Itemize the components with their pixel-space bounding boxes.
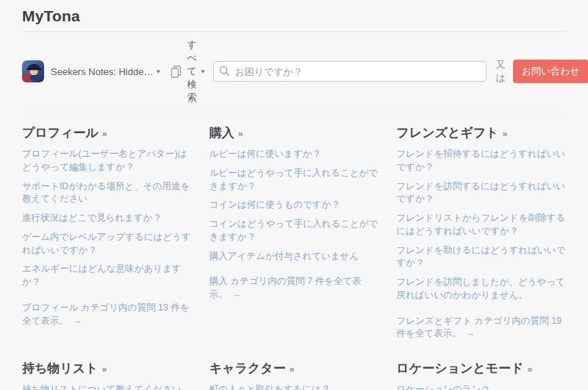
faq-article-link[interactable]: コインは何に使うものですか？ — [209, 199, 379, 212]
search-box — [213, 61, 487, 82]
faq-article-link[interactable]: フレンドリストからフレンドを削除するにはどうすればいいですか？ — [396, 212, 566, 238]
category-section: 持ち物リスト» 持ち物リストについて教えてくださいお守りやアーティファクトを発動… — [22, 360, 192, 390]
arrow-right-icon: → — [465, 328, 475, 338]
see-all-questions-link[interactable]: フレンズとギフト カテゴリ内の質問 19 件を全て表示。→ — [396, 315, 566, 341]
faq-article-link[interactable]: フレンドを訪問しましたが、どうやって戻ればいいのかわかりません。 — [396, 276, 566, 302]
chevron-down-icon: ▾ — [157, 68, 160, 75]
chevron-right-icon: » — [503, 129, 508, 139]
category-title-text: 購入 — [209, 126, 234, 140]
category-links: 町の人々と取引をするには？町の人々と取引をするためのアイテムはどうすれば見つかり… — [209, 383, 379, 390]
arrow-right-icon: → — [232, 289, 242, 299]
faq-article-link[interactable]: 持ち物リストについて教えてください — [22, 383, 192, 390]
category-section: ロケーションとモード» ロケーションのランク地図上のロケーションの色の違い路パズ… — [396, 360, 566, 390]
chevron-right-icon: » — [102, 129, 107, 139]
search-icon — [219, 65, 230, 79]
faq-article-link[interactable]: サポートIDがわかる場所と、その用途を教えてください — [22, 180, 192, 207]
faq-article-link[interactable]: ルビーは何に使いますか？ — [209, 148, 379, 161]
chevron-right-icon: » — [238, 129, 243, 139]
category-links: フレンドを招待するにはどうすればいいですか？フレンドを訪問するにはどうすればいい… — [396, 148, 566, 341]
faq-article-link[interactable]: ロケーションのランク — [396, 383, 566, 390]
arrow-right-icon: → — [73, 316, 82, 326]
category-section: キャラクター» 町の人々と取引をするには？町の人々と取引をするためのアイテムはど… — [209, 360, 379, 390]
category-title-link[interactable]: フレンズとギフト» — [396, 124, 566, 141]
faq-article-link[interactable]: フレンドを訪問するにはどうすればいいですか？ — [396, 180, 566, 207]
category-links: ロケーションのランク地図上のロケーションの色の違い路パズルの名前について教えてく… — [396, 383, 566, 390]
faq-article-link[interactable]: プロフィール(ユーザー名とアバター)はどうやって編集しますか？ — [22, 148, 192, 174]
contact-us-button[interactable]: お問い合わせ — [513, 60, 588, 83]
page-title: MyTona — [22, 0, 566, 32]
page: MyTona Seekers Notes: Hidde… ▾ — [0, 0, 588, 390]
faq-article-link[interactable]: 町の人々と取引をするには？ — [209, 383, 379, 390]
faq-article-link[interactable]: コインはどうやって手に入れることができますか？ — [209, 218, 379, 244]
category-links: 持ち物リストについて教えてくださいお守りやアーティファクトを発動させる方法を教え… — [22, 383, 192, 390]
or-label: 又は — [495, 58, 505, 85]
see-all-questions-link[interactable]: 購入 カテゴリ内の質問 7 件を全て表示。→ — [209, 275, 379, 302]
faq-article-link[interactable]: ゲーム内でレベルアップするにはどうすればいいですか？ — [22, 231, 192, 258]
chevron-down-icon: ▾ — [201, 68, 205, 75]
chevron-right-icon: » — [528, 364, 533, 375]
toolbar: Seekers Notes: Hidde… ▾ すべて検索 ▾ 又は お問い合わ… — [22, 32, 566, 113]
see-all-questions-link[interactable]: プロフィール カテゴリ内の質問 13 件を全て表示。→ — [22, 302, 192, 328]
category-section: フレンズとギフト» フレンドを招待するにはどうすればいいですか？フレンドを訪問す… — [396, 124, 566, 341]
category-title-text: フレンズとギフト — [396, 126, 498, 140]
category-title-link[interactable]: 持ち物リスト» — [22, 360, 192, 377]
game-selector-label: Seekers Notes: Hidde… — [51, 66, 152, 77]
search-scope-dropdown[interactable]: すべて検索 ▾ — [187, 38, 205, 104]
pages-icon — [171, 65, 182, 78]
faq-article-link[interactable]: エネルギーにはどんな意味がありますか？ — [22, 263, 192, 289]
category-section: プロフィール» プロフィール(ユーザー名とアバター)はどうやって編集しますか？サ… — [22, 124, 192, 341]
category-title-text: ロケーションとモード — [396, 361, 523, 375]
category-title-text: プロフィール — [22, 126, 98, 140]
category-links: プロフィール(ユーザー名とアバター)はどうやって編集しますか？サポートIDがわか… — [22, 148, 192, 327]
chevron-right-icon: » — [290, 364, 295, 375]
game-app-icon — [22, 60, 44, 82]
faq-article-link[interactable]: 購入アイテムが付与されていません — [209, 250, 379, 263]
category-title-text: 持ち物リスト — [22, 361, 98, 375]
category-title-link[interactable]: プロフィール» — [22, 124, 192, 141]
faq-article-link[interactable]: フレンドを助けるにはどうすればいいですか？ — [396, 244, 566, 271]
search-input[interactable] — [213, 61, 487, 82]
category-links: ルビーは何に使いますか？ルビーはどうやって手に入れることができますか？コインは何… — [209, 148, 379, 302]
category-section: 購入» ルビーは何に使いますか？ルビーはどうやって手に入れることができますか？コ… — [209, 124, 379, 341]
faq-article-link[interactable]: 進行状況はどこで見られますか？ — [22, 212, 192, 225]
game-selector-dropdown[interactable]: Seekers Notes: Hidde… ▾ — [22, 60, 160, 82]
category-title-text: キャラクター — [209, 361, 286, 375]
category-title-link[interactable]: キャラクター» — [209, 360, 379, 377]
category-title-link[interactable]: ロケーションとモード» — [396, 360, 566, 377]
category-title-link[interactable]: 購入» — [209, 124, 379, 141]
faq-article-link[interactable]: ルビーはどうやって手に入れることができますか？ — [209, 167, 379, 194]
chevron-right-icon: » — [102, 364, 107, 375]
faq-article-link[interactable]: フレンドを招待するにはどうすればいいですか？ — [396, 148, 566, 174]
search-scope-label: すべて検索 — [187, 38, 197, 104]
category-grid: プロフィール» プロフィール(ユーザー名とアバター)はどうやって編集しますか？サ… — [22, 124, 566, 390]
